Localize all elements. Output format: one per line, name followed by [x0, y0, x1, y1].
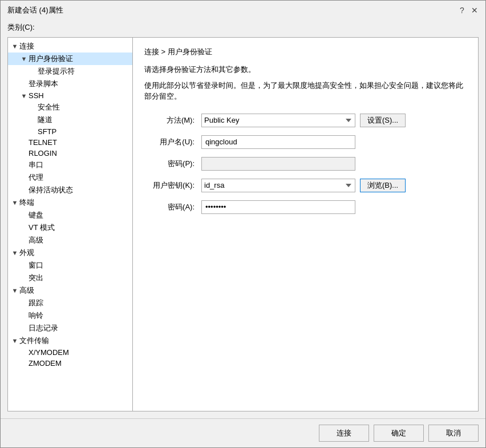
password-label: 密码(P): — [144, 159, 201, 169]
tree-item-user-auth[interactable]: ▼ 用户身份验证 — [8, 53, 132, 65]
passphrase-row: 密码(A): — [144, 200, 467, 214]
tree-item-advanced-terminal[interactable]: 高级 — [8, 234, 132, 247]
tree-toggle-connection: ▼ — [10, 43, 19, 50]
tree-item-appearance[interactable]: ▼ 外观 — [8, 247, 132, 259]
tree-label-bell: 响铃 — [29, 310, 43, 321]
tree-item-bell[interactable]: 响铃 — [8, 309, 132, 322]
password-input-area — [201, 157, 355, 171]
tree-label-login-prompt: 登录提示符 — [38, 66, 75, 76]
tree-label-login-script: 登录脚本 — [29, 79, 58, 89]
title-bar: 新建会话 (4)属性 ? ✕ — [1, 1, 485, 19]
tree-item-log[interactable]: 日志记录 — [8, 322, 132, 334]
tree-item-trace[interactable]: 跟踪 — [8, 297, 132, 309]
tree-toggle-appearance: ▼ — [10, 249, 19, 256]
tree-item-file-transfer[interactable]: ▼ 文件传输 — [8, 334, 132, 347]
tree-item-sftp[interactable]: SFTP — [8, 126, 132, 137]
user-key-row: 用户密钥(K): id_rsa id_dsa id_ecdsa 浏览(B)... — [144, 179, 467, 192]
passphrase-label: 密码(A): — [144, 202, 201, 212]
tree-item-keepalive[interactable]: 保持活动状态 — [8, 184, 132, 196]
tree-label-serial: 串口 — [29, 160, 43, 170]
tree-item-ssh[interactable]: ▼ SSH — [8, 90, 132, 101]
tree-toggle-advanced: ▼ — [10, 287, 19, 294]
tree-label-xymodem: X/YMODEM — [29, 348, 69, 357]
tree-label-security: 安全性 — [38, 102, 60, 112]
tree-item-connection[interactable]: ▼ 连接 — [8, 40, 132, 53]
method-row: 方法(M): Public Key Password Keyboard Inte… — [144, 114, 467, 127]
tree-label-proxy: 代理 — [29, 172, 43, 183]
tree-item-security[interactable]: 安全性 — [8, 101, 132, 114]
title-bar-controls: ? ✕ — [458, 6, 479, 14]
tree-toggle-terminal: ▼ — [10, 199, 19, 206]
tree-label-file-transfer: 文件传输 — [19, 336, 49, 346]
method-label: 方法(M): — [144, 115, 201, 126]
tree-panel: ▼ 连接 ▼ 用户身份验证 登录提示符 登录脚本 — [7, 37, 133, 411]
tree-item-highlight[interactable]: 突出 — [8, 272, 132, 284]
username-input[interactable] — [201, 135, 355, 149]
browse-button[interactable]: 浏览(B)... — [360, 179, 406, 192]
tree-item-telnet[interactable]: TELNET — [8, 137, 132, 148]
tree-label-log: 日志记录 — [29, 323, 58, 333]
window-title: 新建会话 (4)属性 — [7, 5, 63, 15]
tree-item-window[interactable]: 窗口 — [8, 259, 132, 272]
tree-label-highlight: 突出 — [29, 273, 43, 283]
description-text: 请选择身份验证方法和其它参数。 — [144, 64, 467, 75]
passphrase-input[interactable] — [201, 200, 355, 214]
tree-item-login-script[interactable]: 登录脚本 — [8, 78, 132, 90]
tree-toggle-file-transfer: ▼ — [10, 337, 19, 344]
category-label: 类别(C): — [1, 19, 485, 35]
description-note: 使用此部分以节省登录时间。但是，为了最大限度地提高安全性，如果担心安全问题，建议… — [144, 80, 467, 102]
tree-label-advanced: 高级 — [19, 285, 34, 296]
dialog-window: 新建会话 (4)属性 ? ✕ 类别(C): ▼ 连接 ▼ 用户身份验证 — [0, 0, 486, 448]
settings-button[interactable]: 设置(S)... — [360, 114, 406, 127]
tree-label-keyboard: 键盘 — [29, 210, 43, 220]
form-area: 方法(M): Public Key Password Keyboard Inte… — [144, 114, 467, 214]
content-panel: 连接 > 用户身份验证 请选择身份验证方法和其它参数。 使用此部分以节省登录时间… — [133, 37, 479, 411]
user-key-label: 用户密钥(K): — [144, 180, 201, 191]
tree-label-appearance: 外观 — [19, 248, 34, 258]
tree-item-vt-mode[interactable]: VT 模式 — [8, 221, 132, 234]
cancel-button[interactable]: 取消 — [428, 425, 479, 442]
close-button[interactable]: ✕ — [471, 6, 479, 14]
tree-label-user-auth: 用户身份验证 — [29, 54, 73, 64]
tree-label-ssh: SSH — [29, 91, 44, 100]
tree-toggle-user-auth: ▼ — [19, 55, 29, 62]
tree-label-vt-mode: VT 模式 — [29, 223, 55, 233]
tree-item-rlogin[interactable]: RLOGIN — [8, 148, 132, 159]
tree-item-serial[interactable]: 串口 — [8, 159, 132, 171]
help-button[interactable]: ? — [458, 6, 466, 14]
tree-label-terminal: 终端 — [19, 197, 34, 208]
tree-label-keepalive: 保持活动状态 — [29, 185, 73, 195]
main-content: ▼ 连接 ▼ 用户身份验证 登录提示符 登录脚本 — [1, 35, 485, 418]
tree-item-terminal[interactable]: ▼ 终端 — [8, 196, 132, 209]
tree-item-advanced[interactable]: ▼ 高级 — [8, 284, 132, 297]
connect-button[interactable]: 连接 — [319, 425, 369, 442]
tree-item-xymodem[interactable]: X/YMODEM — [8, 347, 132, 358]
tree-item-proxy[interactable]: 代理 — [8, 171, 132, 184]
method-select[interactable]: Public Key Password Keyboard Interactive… — [201, 114, 355, 127]
tree-label-advanced-terminal: 高级 — [29, 235, 43, 245]
ok-button[interactable]: 确定 — [374, 425, 424, 442]
username-label: 用户名(U): — [144, 137, 201, 147]
password-row: 密码(P): — [144, 157, 467, 171]
bottom-bar: 连接 确定 取消 — [1, 418, 485, 447]
tree-label-trace: 跟踪 — [29, 298, 43, 308]
tree-label-window: 窗口 — [29, 260, 43, 271]
user-key-input-area: id_rsa id_dsa id_ecdsa 浏览(B)... — [201, 179, 406, 192]
tree-item-keyboard[interactable]: 键盘 — [8, 209, 132, 221]
tree-label-telnet: TELNET — [29, 138, 57, 147]
tree-item-tunnel[interactable]: 隧道 — [8, 114, 132, 126]
tree-label-tunnel: 隧道 — [38, 115, 52, 125]
tree-item-zmodem[interactable]: ZMODEM — [8, 358, 132, 369]
username-input-area — [201, 135, 355, 149]
breadcrumb: 连接 > 用户身份验证 — [144, 47, 467, 57]
tree-item-login-prompt[interactable]: 登录提示符 — [8, 65, 132, 78]
password-input[interactable] — [201, 157, 355, 171]
tree-label-sftp: SFTP — [38, 127, 56, 136]
tree-toggle-ssh: ▼ — [19, 92, 29, 99]
tree-label-connection: 连接 — [19, 41, 34, 51]
tree-label-rlogin: RLOGIN — [29, 149, 57, 158]
user-key-select[interactable]: id_rsa id_dsa id_ecdsa — [201, 179, 355, 192]
tree-label-zmodem: ZMODEM — [29, 359, 62, 368]
passphrase-input-area — [201, 200, 355, 214]
username-row: 用户名(U): — [144, 135, 467, 149]
